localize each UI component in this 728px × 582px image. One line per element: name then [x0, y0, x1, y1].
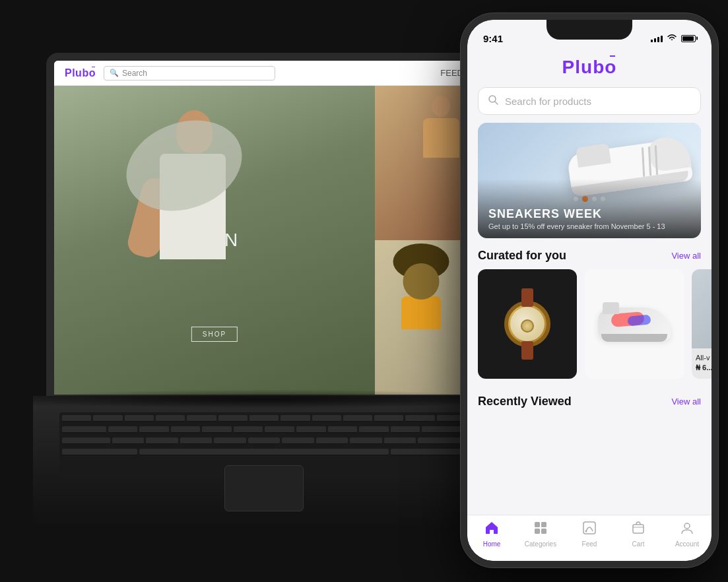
feed-icon: [582, 521, 597, 538]
search-placeholder: Search for products: [505, 96, 591, 107]
laptop-shadow: [20, 389, 508, 409]
signal-icon: [651, 34, 663, 42]
laptop-device: Plubo 🔍 Search FEED: [33, 53, 482, 528]
laptop-body: [33, 396, 495, 528]
phone-content: Plubo Search for products: [467, 51, 711, 561]
laptop-screen: Plubo 🔍 Search FEED: [46, 53, 482, 403]
keyboard-key: [422, 426, 466, 433]
third-product-name: All-v: [696, 354, 711, 362]
laptop-touchpad[interactable]: [224, 465, 304, 511]
recently-viewed-view-all[interactable]: View all: [671, 397, 701, 406]
keyboard-key: [234, 426, 263, 433]
product-card-third[interactable]: All-v ₦ 6...: [692, 269, 711, 379]
keyboard-key: [93, 415, 122, 422]
content-spacer: [467, 412, 711, 515]
keyboard-key: [146, 437, 178, 444]
laptop-search-bar[interactable]: 🔍 Search: [104, 66, 275, 81]
sneaker-illustration: [595, 301, 674, 347]
banner: SNEAKERS WEEK Get up to 15% off every sn…: [478, 123, 701, 238]
product-card-watch[interactable]: Danny 005 Brown Lea... ₦ 15,785.00: [478, 269, 577, 379]
laptop-logo: Plubo: [65, 67, 96, 79]
curated-view-all[interactable]: View all: [671, 251, 701, 261]
banner-title: SNEAKERS WEEK: [488, 207, 690, 221]
keyboard-key: [359, 426, 389, 433]
watch-strap-bottom: [521, 341, 533, 360]
keyboard-key: [265, 426, 294, 433]
banner-subtitle: Get up to 15% off every sneaker from Nov…: [488, 222, 690, 230]
laptop-hero-right-bottom: [375, 240, 474, 395]
status-icons: [651, 34, 696, 44]
banner-overlay: SNEAKERS WEEK Get up to 15% off every sn…: [478, 179, 701, 238]
home-icon: [484, 521, 499, 538]
nav-item-account[interactable]: Account: [663, 521, 711, 548]
product-card-sneaker[interactable]: Modern Fashion Sneak... ₦ 30,500.00: [585, 269, 684, 379]
categories-icon: [533, 521, 548, 538]
third-product-image: [692, 269, 711, 348]
keyboard-key: [202, 426, 232, 433]
home-label: Home: [483, 540, 501, 548]
svg-rect-8: [633, 525, 644, 533]
svg-rect-4: [535, 529, 540, 534]
keyboard-key: [248, 437, 281, 444]
wifi-icon: [667, 34, 677, 44]
keyboard-key: [218, 415, 248, 422]
third-product-price: ₦ 6...: [696, 364, 711, 372]
cart-icon: [631, 521, 645, 538]
laptop-hero-right-top: [375, 86, 474, 240]
keyboard-key: [62, 449, 137, 455]
recently-viewed-title: Recently Viewed: [478, 395, 572, 408]
keyboard-key: [405, 415, 434, 422]
keyboard-key: [171, 426, 201, 433]
keyboard-key: [249, 415, 279, 422]
keyboard-key: [156, 415, 185, 422]
keyboard-key: [112, 437, 145, 444]
app-logo: Plubo: [480, 57, 698, 78]
laptop-hero-man-bg: [54, 86, 375, 395]
nav-item-home[interactable]: Home: [467, 521, 516, 548]
watch-strap-top: [521, 288, 533, 307]
laptop-feed-link[interactable]: FEED: [440, 68, 463, 78]
keyboard-key: [214, 437, 246, 444]
keyboard-key: [62, 426, 106, 433]
third-product-info: All-v ₦ 6...: [692, 348, 711, 379]
svg-line-1: [495, 102, 498, 104]
curated-title: Curated for you: [478, 249, 566, 263]
laptop-search-text: Search: [122, 69, 147, 78]
keyboard-spacebar: [139, 449, 389, 455]
laptop-hero: MEN SHOP: [54, 86, 474, 395]
sneaker-image: [585, 269, 684, 379]
svg-rect-2: [535, 522, 540, 527]
search-icon: [488, 94, 498, 108]
nav-item-cart[interactable]: Cart: [614, 521, 663, 548]
keyboard-key: [125, 415, 154, 422]
keyboard-key: [418, 437, 466, 444]
svg-rect-3: [541, 522, 546, 527]
sneaker-sole: [601, 334, 667, 342]
keyboard-key: [281, 415, 310, 422]
phone-power-button: [717, 106, 718, 145]
svg-point-10: [684, 523, 690, 529]
keyboard-key: [62, 415, 91, 422]
bottom-navigation: Home Categories: [467, 515, 711, 561]
recently-viewed-header: Recently Viewed View all: [467, 389, 711, 412]
curated-section-header: Curated for you View all: [467, 249, 711, 269]
phone-volume-up-button: [461, 115, 462, 148]
keyboard-key: [328, 426, 358, 433]
laptop-search-icon: 🔍: [110, 69, 119, 77]
phone-mute-button: [461, 86, 462, 106]
search-bar[interactable]: Search for products: [478, 87, 701, 115]
keyboard-key: [282, 437, 314, 444]
shop-button[interactable]: SHOP: [191, 327, 238, 342]
categories-label: Categories: [525, 540, 556, 548]
nav-item-feed[interactable]: Feed: [565, 521, 614, 548]
keyboard-key: [374, 415, 403, 422]
account-icon: [680, 521, 694, 538]
nav-item-categories[interactable]: Categories: [516, 521, 565, 548]
account-label: Account: [675, 540, 699, 548]
watch-image: [478, 269, 577, 379]
keyboard-key: [187, 415, 216, 422]
laptop-hero-right: [375, 86, 474, 395]
cart-label: Cart: [632, 540, 645, 548]
keyboard-key: [391, 426, 420, 433]
phone-notch: [546, 20, 632, 40]
